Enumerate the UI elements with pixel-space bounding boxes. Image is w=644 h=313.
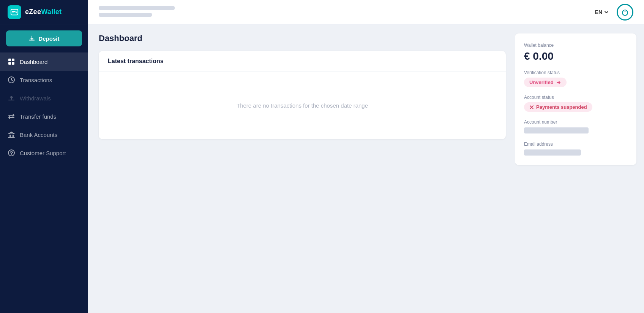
wallet-balance-label: Wallet balance (524, 43, 627, 48)
right-panel: Wallet balance € 0.00 Verification statu… (515, 24, 644, 313)
power-button[interactable] (617, 4, 633, 21)
verification-status-section: Verification status Unverified (524, 70, 627, 87)
bank-icon (8, 131, 15, 138)
main-area: EN Dashboard Latest transactions Th (88, 0, 644, 313)
account-number-value (524, 127, 589, 133)
logo-icon (8, 5, 21, 19)
account-number-section: Account number (524, 119, 627, 134)
account-status-section: Account status Payments suspended (524, 95, 627, 112)
language-selector[interactable]: EN (595, 9, 609, 15)
sidebar-item-dashboard-label: Dashboard (20, 59, 47, 65)
transactions-card: Latest transactions There are no transac… (99, 51, 506, 139)
sidebar-item-transfer-funds[interactable]: Transfer funds (0, 107, 88, 126)
sidebar-header: eZeeWallet (0, 0, 88, 24)
sidebar-item-bank-label: Bank Accounts (20, 132, 57, 138)
sidebar-item-customer-support[interactable]: Customer Support (0, 144, 88, 162)
arrow-right-icon (556, 80, 561, 85)
account-status-label: Account status (524, 95, 627, 100)
sidebar-item-support-label: Customer Support (20, 150, 66, 156)
transactions-card-header: Latest transactions (99, 51, 506, 72)
topbar-left (99, 6, 175, 18)
verification-status-label: Verification status (524, 70, 627, 75)
account-number-label: Account number (524, 119, 627, 125)
wallet-balance-amount: € 0.00 (524, 50, 627, 62)
page-title: Dashboard (99, 33, 506, 43)
sidebar-item-transactions[interactable]: Transactions (0, 71, 88, 89)
withdrawals-icon (8, 94, 15, 102)
topbar-blurred-line2 (99, 13, 152, 17)
email-address-value (524, 149, 581, 156)
deposit-label: Deposit (38, 35, 59, 42)
email-address-section: Email address (524, 141, 627, 156)
svg-rect-2 (8, 59, 11, 61)
x-icon (529, 105, 534, 110)
transactions-icon (8, 76, 15, 84)
content-area: Dashboard Latest transactions There are … (88, 24, 644, 313)
sidebar-item-transactions-label: Transactions (20, 77, 52, 83)
svg-rect-5 (12, 62, 14, 65)
chevron-down-icon (604, 10, 609, 15)
sidebar-item-transfer-label: Transfer funds (20, 113, 56, 120)
transactions-card-title: Latest transactions (108, 58, 164, 64)
transactions-empty-message: There are no transactions for the chosen… (99, 72, 506, 139)
payments-suspended-label: Payments suspended (536, 104, 587, 110)
wallet-balance-section: Wallet balance € 0.00 (524, 43, 627, 62)
support-icon (8, 149, 15, 157)
svg-point-8 (11, 154, 12, 155)
payments-suspended-badge: Payments suspended (524, 102, 592, 112)
deposit-button[interactable]: Deposit (6, 30, 82, 46)
sidebar-item-withdrawals: Withdrawals (0, 89, 88, 107)
dashboard-main: Dashboard Latest transactions There are … (88, 24, 515, 313)
sidebar: eZeeWallet Deposit Dashboard Trans (0, 0, 88, 313)
sidebar-item-bank-accounts[interactable]: Bank Accounts (0, 126, 88, 144)
dashboard-icon (8, 58, 15, 65)
power-icon (621, 8, 629, 16)
language-label: EN (595, 9, 602, 15)
svg-rect-4 (8, 62, 11, 65)
svg-point-1 (16, 11, 17, 13)
transfer-icon (8, 113, 15, 120)
app-name-label: eZeeWallet (25, 8, 62, 16)
unverified-badge-label: Unverified (529, 79, 554, 85)
unverified-badge[interactable]: Unverified (524, 78, 567, 87)
sidebar-item-withdrawals-label: Withdrawals (20, 95, 51, 102)
svg-rect-3 (12, 59, 14, 61)
nav-items: Dashboard Transactions Withdrawals Trans… (0, 49, 88, 313)
account-card: Wallet balance € 0.00 Verification statu… (515, 33, 636, 165)
topbar: EN (88, 0, 644, 24)
topbar-blurred-line1 (99, 6, 175, 10)
sidebar-item-dashboard[interactable]: Dashboard (0, 52, 88, 71)
email-address-label: Email address (524, 141, 627, 147)
